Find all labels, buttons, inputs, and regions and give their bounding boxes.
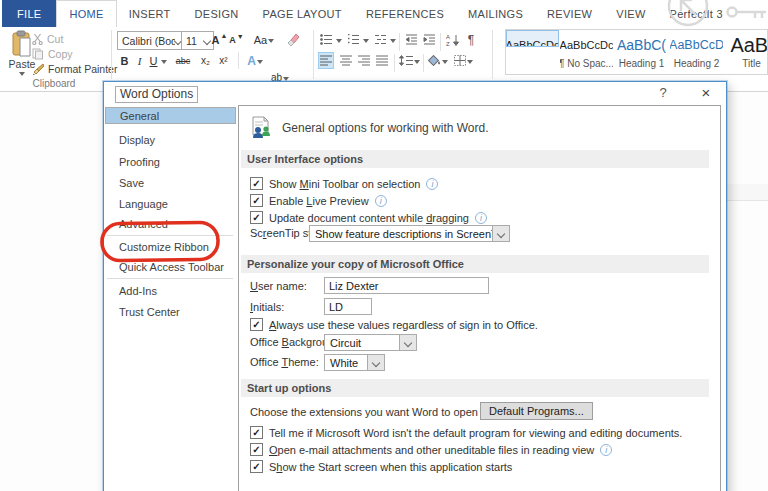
word-options-dialog: Word Options ? × General Display Proofin… xyxy=(103,81,727,491)
numbering-dropdown[interactable] xyxy=(362,31,369,48)
decrease-indent-button[interactable] xyxy=(403,31,419,48)
style-heading-2[interactable]: AaBbCcD Heading 2 xyxy=(669,30,724,74)
office-theme-value: White xyxy=(325,357,367,369)
checkbox-row-always-use[interactable]: Always use these values regardless of si… xyxy=(250,318,538,331)
info-icon[interactable] xyxy=(600,444,612,456)
tab-page-layout[interactable]: PAGE LAYOUT xyxy=(251,0,354,27)
shading-button[interactable] xyxy=(427,52,449,69)
sidebar-item-proofing[interactable]: Proofing xyxy=(105,152,236,172)
style-title[interactable]: AaBl Title xyxy=(724,30,768,74)
sidebar-item-add-ins[interactable]: Add-Ins xyxy=(105,281,236,301)
username-input[interactable] xyxy=(324,277,489,294)
line-spacing-button[interactable] xyxy=(398,52,420,69)
sidebar-item-trust-center[interactable]: Trust Center xyxy=(105,302,236,322)
office-theme-select[interactable]: White xyxy=(324,354,385,371)
subscript-button[interactable]: x₂ xyxy=(198,52,213,69)
checkbox-checked[interactable] xyxy=(250,318,263,331)
dropdown-button[interactable] xyxy=(492,226,509,241)
checkbox-row-update-dragging[interactable]: Update document content while dragging xyxy=(250,211,487,224)
tab-view[interactable]: VIEW xyxy=(604,0,657,27)
tab-references[interactable]: REFERENCES xyxy=(354,0,456,27)
style-normal[interactable]: AaBbCcDc ¶ Normal xyxy=(506,30,559,47)
checkbox-row-mini-toolbar[interactable]: Show Mini Toolbar on selection xyxy=(250,177,438,190)
change-case-button[interactable]: Aa xyxy=(252,31,276,48)
checkbox-checked[interactable] xyxy=(250,460,263,473)
multilevel-list-button[interactable] xyxy=(372,31,388,48)
info-icon[interactable] xyxy=(375,195,387,207)
checkbox-row-live-preview[interactable]: Enable Live Preview xyxy=(250,194,387,207)
bold-button[interactable]: B xyxy=(118,52,131,69)
checkbox-checked[interactable] xyxy=(250,194,263,207)
style-no-spacing[interactable]: AaBbCcDc ¶ No Spac... xyxy=(559,30,614,74)
text-effects-glyph: A xyxy=(247,54,256,68)
increase-indent-button[interactable] xyxy=(421,31,437,48)
screentip-style-select[interactable]: Show feature descriptions in ScreenTips xyxy=(309,225,510,242)
info-icon[interactable] xyxy=(426,178,438,190)
cut-button[interactable]: Cut xyxy=(32,31,63,46)
sidebar-item-quick-access-toolbar[interactable]: Quick Access Toolbar xyxy=(105,257,236,277)
office-background-select[interactable]: Circuit xyxy=(324,334,417,351)
show-paragraph-marks-button[interactable]: ¶ xyxy=(464,31,478,48)
tab-home[interactable]: HOME xyxy=(56,0,116,27)
checkbox-label: Show the Start screen when this applicat… xyxy=(269,461,512,473)
tab-design[interactable]: DESIGN xyxy=(183,0,251,27)
numbering-button[interactable] xyxy=(345,31,361,48)
checkbox-row-tell-me[interactable]: Tell me if Microsoft Word isn't the defa… xyxy=(250,426,682,439)
clear-formatting-button[interactable] xyxy=(284,31,302,48)
font-family-value: Calibri (Body) xyxy=(122,35,175,47)
bullet-list-icon xyxy=(320,34,333,45)
sidebar-item-save[interactable]: Save xyxy=(105,173,236,193)
underline-button[interactable]: U xyxy=(147,52,160,69)
bullets-button[interactable] xyxy=(318,31,334,48)
tab-file[interactable]: FILE xyxy=(2,0,56,27)
default-programs-button[interactable]: Default Programs... xyxy=(480,402,593,420)
dropdown-button[interactable] xyxy=(367,355,384,370)
checkbox-row-show-start-screen[interactable]: Show the Start screen when this applicat… xyxy=(250,460,512,473)
font-size-combobox[interactable]: 11 xyxy=(181,31,214,50)
pilcrow-glyph: ¶ xyxy=(468,33,474,47)
tab-insert[interactable]: INSERT xyxy=(117,0,183,27)
align-left-button[interactable] xyxy=(318,52,334,69)
italic-button[interactable]: I xyxy=(134,52,145,69)
initials-input[interactable] xyxy=(324,298,372,315)
align-center-button[interactable] xyxy=(338,52,354,69)
sidebar-item-display[interactable]: Display xyxy=(105,130,236,150)
sidebar-item-language[interactable]: Language xyxy=(105,194,236,214)
style-heading-1[interactable]: AaBbC( Heading 1 xyxy=(614,30,669,74)
sort-button[interactable]: AZ xyxy=(444,31,462,48)
dropdown-button[interactable] xyxy=(399,335,416,350)
tab-review[interactable]: REVIEW xyxy=(535,0,604,27)
info-icon[interactable] xyxy=(475,212,487,224)
strikethrough-button[interactable]: abc xyxy=(172,52,194,69)
italic-glyph: I xyxy=(138,55,142,67)
office-theme-label: Office Theme: xyxy=(250,356,319,368)
justify-icon xyxy=(376,55,388,66)
multilevel-dropdown[interactable] xyxy=(389,31,396,48)
align-right-button[interactable] xyxy=(356,52,372,69)
format-painter-button[interactable]: Format Painter xyxy=(32,61,117,76)
shrink-font-button[interactable]: A▼ xyxy=(229,31,244,48)
checkbox-checked[interactable] xyxy=(250,211,263,224)
style-label: Heading 2 xyxy=(674,58,720,69)
help-button[interactable]: ? xyxy=(652,84,674,102)
text-effects-button[interactable]: A xyxy=(243,52,267,69)
sidebar-item-customize-ribbon[interactable]: Customize Ribbon xyxy=(105,237,236,257)
initials-label: Initials: xyxy=(250,301,284,313)
sidebar-item-advanced[interactable]: Advanced xyxy=(105,214,236,234)
chevron-down-icon xyxy=(372,358,380,366)
checkbox-checked[interactable] xyxy=(250,443,263,456)
font-family-combobox[interactable]: Calibri (Body) xyxy=(117,31,185,50)
checkbox-checked[interactable] xyxy=(250,426,263,439)
checkbox-checked[interactable] xyxy=(250,177,263,190)
sidebar-item-general[interactable]: General xyxy=(105,107,236,124)
tab-mailings[interactable]: MAILINGS xyxy=(456,0,535,27)
copy-button[interactable]: Copy xyxy=(32,46,73,61)
superscript-button[interactable]: x² xyxy=(216,52,231,69)
close-icon[interactable]: × xyxy=(694,84,718,102)
checkbox-row-open-email[interactable]: Open e-mail attachments and other unedit… xyxy=(250,443,612,456)
underline-dropdown[interactable] xyxy=(160,52,168,69)
justify-button[interactable] xyxy=(374,52,390,69)
bullets-dropdown[interactable] xyxy=(335,31,342,48)
borders-button[interactable] xyxy=(452,52,474,69)
grow-font-button[interactable]: A▲ xyxy=(212,31,227,48)
